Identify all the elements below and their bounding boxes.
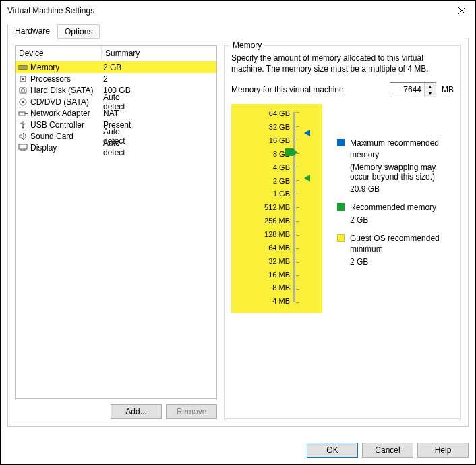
min-value: 2 GB	[322, 257, 454, 267]
tab-hardware[interactable]: Hardware	[7, 24, 57, 38]
svg-rect-21	[19, 144, 27, 149]
min-swatch-icon	[337, 234, 345, 242]
slider-track	[293, 112, 295, 302]
svg-line-18	[20, 123, 23, 124]
usb-icon	[18, 120, 28, 130]
scale-label: 64 GB	[260, 109, 290, 117]
svg-marker-20	[20, 133, 24, 140]
close-button[interactable]	[448, 1, 475, 21]
svg-line-19	[23, 124, 26, 125]
scale-label: 1 GB	[260, 190, 290, 198]
device-row-memory[interactable]: Memory2 GB	[16, 61, 216, 73]
device-row-net[interactable]: Network AdapterNAT	[16, 107, 216, 119]
memory-input-label: Memory for this virtual machine:	[231, 85, 346, 94]
tab-bar: Hardware Options	[7, 24, 469, 38]
device-row-cpu[interactable]: Processors2	[16, 73, 216, 84]
scale-label: 32 MB	[260, 257, 290, 265]
sound-icon	[18, 132, 28, 141]
spinner-down-icon[interactable]: ▼	[425, 90, 436, 97]
window-title: Virtual Machine Settings	[7, 6, 448, 16]
svg-marker-27	[285, 148, 297, 156]
max-value: 20.9 GB	[322, 184, 454, 194]
device-row-cd[interactable]: CD/DVD (SATA)Auto detect	[16, 96, 216, 107]
device-list-header: Device Summary	[16, 46, 216, 61]
device-summary: Auto detect	[103, 138, 125, 157]
memory-legend-zone: Maximum recommended memory (Memory swapp…	[322, 104, 454, 313]
ok-button[interactable]: OK	[307, 443, 358, 458]
memory-unit: MB	[442, 85, 454, 94]
scale-label: 32 GB	[260, 123, 290, 131]
slider-thumb-icon[interactable]	[285, 148, 297, 156]
settings-window: Virtual Machine Settings Hardware Option…	[0, 0, 476, 465]
max-label: Maximum recommended memory	[350, 138, 454, 159]
tab-body: Device Summary Memory2 GBProcessors2Hard…	[7, 38, 469, 427]
memory-input[interactable]	[390, 83, 424, 97]
col-device[interactable]: Device	[16, 46, 102, 61]
svg-point-13	[22, 101, 24, 103]
svg-marker-26	[304, 175, 310, 182]
scale-label: 2 GB	[260, 177, 290, 185]
cancel-button[interactable]: Cancel	[362, 443, 413, 458]
max-marker-icon	[304, 130, 310, 136]
scale-label: 512 MB	[260, 203, 290, 211]
device-name: Display	[30, 143, 103, 153]
device-summary: 2	[103, 74, 108, 84]
device-name: Hard Disk (SATA)	[30, 86, 103, 95]
remove-button[interactable]: Remove	[166, 404, 217, 419]
svg-point-11	[22, 88, 25, 92]
memory-fieldset: Memory Specify the amount of memory allo…	[224, 45, 461, 419]
max-note: (Memory swapping may occur beyond this s…	[322, 163, 454, 182]
memory-legend: Memory	[230, 40, 264, 50]
cd-icon	[18, 97, 28, 107]
footer-buttons: OK Cancel Help	[307, 443, 469, 458]
scale-label: 256 MB	[260, 217, 290, 225]
spinner-up-icon[interactable]: ▲	[425, 83, 436, 90]
svg-rect-9	[22, 78, 24, 80]
device-name: CD/DVD (SATA)	[30, 97, 103, 107]
net-icon	[18, 109, 28, 118]
device-name: Sound Card	[30, 132, 103, 141]
device-name: Processors	[30, 74, 103, 84]
device-list: Device Summary Memory2 GBProcessors2Hard…	[15, 45, 217, 399]
device-summary: NAT	[103, 109, 119, 118]
max-swatch-icon	[337, 139, 345, 146]
scale-label: 16 GB	[260, 136, 290, 144]
rec-value: 2 GB	[322, 215, 454, 225]
rec-marker-icon	[304, 175, 310, 182]
min-label: Guest OS recommended minimum	[350, 233, 454, 254]
rec-label: Recommended memory	[350, 202, 436, 213]
device-summary: 2 GB	[103, 63, 121, 72]
device-name: Memory	[30, 63, 103, 72]
scale-label: 64 MB	[260, 244, 290, 252]
scale-label: 4 GB	[260, 163, 290, 171]
scale-label: 16 MB	[260, 271, 290, 279]
memory-slider[interactable]: 64 GB32 GB16 GB8 GB4 GB2 GB1 GB512 MB256…	[231, 104, 322, 313]
titlebar: Virtual Machine Settings	[1, 1, 475, 21]
add-button[interactable]: Add...	[111, 404, 162, 419]
scale-label: 128 MB	[260, 230, 290, 238]
tab-options[interactable]: Options	[57, 24, 100, 39]
device-name: USB Controller	[30, 120, 103, 130]
svg-rect-14	[19, 112, 25, 115]
display-icon	[18, 143, 28, 153]
hdd-icon	[18, 86, 28, 95]
col-summary[interactable]: Summary	[102, 46, 216, 61]
memory-spinner[interactable]: ▲ ▼	[390, 82, 436, 97]
svg-marker-25	[304, 130, 310, 136]
scale-label: 4 MB	[260, 297, 290, 305]
rec-swatch-icon	[337, 203, 345, 211]
device-name: Network Adapter	[30, 109, 103, 118]
cpu-icon	[18, 74, 28, 84]
help-button[interactable]: Help	[417, 443, 469, 458]
memory-icon	[18, 63, 28, 72]
memory-desc: Specify the amount of memory allocated t…	[231, 53, 454, 74]
scale-label: 8 MB	[260, 283, 290, 292]
device-row-display[interactable]: DisplayAuto detect	[16, 142, 216, 153]
